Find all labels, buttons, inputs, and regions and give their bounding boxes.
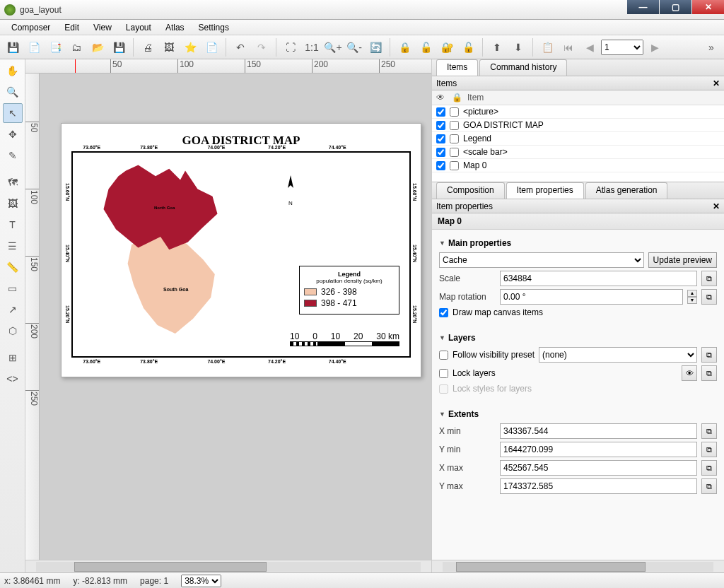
menu-layout[interactable]: Layout [119,21,158,34]
edit-nodes-tool-button[interactable]: ✎ [3,146,23,165]
ymin-input[interactable] [500,442,697,457]
lock-checkbox[interactable] [450,107,459,117]
list-item[interactable]: <picture> [432,105,724,119]
move-content-tool-button[interactable]: ✥ [3,124,23,144]
menu-edit[interactable]: Edit [57,21,86,34]
menu-composer[interactable]: Composer [4,21,57,34]
next-page-button[interactable]: ▶ [645,37,665,57]
tab-command-history[interactable]: Command history [479,59,567,76]
window-minimize-button[interactable]: — [627,0,659,14]
new-composer-button[interactable]: 📄 [24,37,44,57]
canvas-viewport[interactable]: GOA DISTRICT MAP 73.60°E 73.80°E 74.00°E… [40,74,431,560]
close-icon[interactable]: ✕ [713,78,720,88]
scale-input[interactable] [500,271,697,286]
data-defined-button[interactable]: ⧉ [701,460,717,476]
unlock-button[interactable]: 🔓 [416,37,436,57]
ymax-input[interactable] [500,478,697,494]
add-image-button[interactable]: 🖼 [3,194,23,213]
update-preview-button[interactable]: Update preview [648,252,717,268]
lock-layers-checkbox[interactable] [439,369,448,378]
window-close-button[interactable]: ✕ [692,0,724,14]
add-shape-button[interactable]: ▭ [3,278,23,298]
follow-preset-checkbox[interactable] [439,351,448,360]
page-selector[interactable]: 1 [601,40,643,55]
xmax-input[interactable] [500,460,697,476]
add-html-button[interactable]: <> [3,369,23,389]
extents-heading[interactable]: Extents [439,409,717,419]
main-properties-heading[interactable]: Main properties [439,238,717,248]
add-table-button[interactable]: ⊞ [3,348,23,368]
add-scalebar-button[interactable]: 📏 [3,257,23,277]
list-item[interactable]: <scale bar> [432,146,724,159]
save-template-button[interactable]: 💾 [109,37,129,57]
export-pdf-button[interactable]: 📄 [202,37,221,57]
manager-button[interactable]: 🗂 [66,37,86,57]
draw-canvas-checkbox[interactable] [439,308,448,317]
menu-view[interactable]: View [86,21,119,34]
atlas-toggle-button[interactable]: 📋 [537,37,557,57]
data-defined-button[interactable]: ⧉ [701,423,717,439]
scale-bar[interactable]: 10 0 10 20 30 km [290,331,399,346]
list-item[interactable]: GOA DISTRICT MAP [432,119,724,132]
pan-tool-button[interactable]: ✋ [3,61,23,81]
zoom-in-button[interactable]: 🔍+ [323,37,343,57]
lock-selected-button[interactable]: 🔒 [395,37,414,57]
visibility-checkbox[interactable] [436,148,445,157]
data-defined-button[interactable]: ⧉ [701,271,717,286]
preset-select[interactable]: (none) [539,347,697,363]
first-page-button[interactable]: ⏮ [559,37,578,57]
lock-checkbox[interactable] [450,134,459,143]
tab-item-properties[interactable]: Item properties [506,182,584,199]
layers-heading[interactable]: Layers [439,333,717,343]
lock-checkbox[interactable] [450,121,459,130]
lock-checkbox[interactable] [450,161,459,170]
close-icon[interactable]: ✕ [713,201,720,211]
horizontal-scrollbar[interactable] [432,560,724,572]
spin-down-button[interactable]: ▼ [687,297,697,304]
zoom-tool-button[interactable]: 🔍 [3,82,23,102]
redo-button[interactable]: ↷ [252,37,272,57]
menu-settings[interactable]: Settings [192,21,236,34]
save-button[interactable]: 💾 [3,37,23,57]
add-legend-button[interactable]: ☰ [3,236,23,256]
tab-atlas-generation[interactable]: Atlas generation [585,182,668,199]
raise-button[interactable]: ⬆ [487,37,507,57]
export-image-button[interactable]: 🖼 [159,37,179,57]
zoom-actual-button[interactable]: 1:1 [302,37,322,57]
export-svg-button[interactable]: ⭐ [180,37,200,57]
add-nodes-button[interactable]: ⬡ [3,321,23,341]
lock-checkbox[interactable] [450,148,459,157]
refresh-button[interactable]: 🔄 [366,37,385,57]
rotation-input[interactable] [500,289,683,305]
tab-composition[interactable]: Composition [436,182,505,199]
data-defined-button[interactable]: ⧉ [701,347,717,363]
data-defined-button[interactable]: ⧉ [701,365,717,381]
list-item[interactable]: Legend [432,132,724,146]
toolbar-overflow-button[interactable]: » [701,37,721,57]
duplicate-button[interactable]: 📑 [45,37,65,57]
visibility-checkbox[interactable] [436,134,445,143]
select-tool-button[interactable]: ↖ [3,103,23,123]
xmin-input[interactable] [500,423,697,439]
unlock-all-button[interactable]: 🔓 [458,37,478,57]
cache-select[interactable]: Cache [439,252,644,268]
visibility-checkbox[interactable] [436,107,445,117]
print-button[interactable]: 🖨 [138,37,158,57]
visibility-checkbox[interactable] [436,121,445,130]
list-item[interactable]: Map 0 [432,159,724,172]
lock-all-button[interactable]: 🔐 [437,37,457,57]
data-defined-button[interactable]: ⧉ [701,442,717,457]
map-frame[interactable]: 73.60°E 73.80°E 74.00°E 74.20°E 74.40°E … [71,151,411,358]
zoom-out-button[interactable]: 🔍- [344,37,364,57]
visibility-checkbox[interactable] [436,161,445,170]
open-template-button[interactable]: 📂 [88,37,107,57]
zoom-full-button[interactable]: ⛶ [281,37,300,57]
prev-page-button[interactable]: ◀ [580,37,600,57]
zoom-select[interactable]: 38.3% [181,575,221,587]
data-defined-button[interactable]: ⧉ [701,478,717,494]
spin-up-button[interactable]: ▲ [687,290,697,297]
data-defined-button[interactable]: ⧉ [701,289,717,305]
add-map-button[interactable]: 🗺 [3,172,23,192]
tab-items[interactable]: Items [436,59,478,76]
preset-eye-button[interactable]: 👁 [682,365,697,381]
